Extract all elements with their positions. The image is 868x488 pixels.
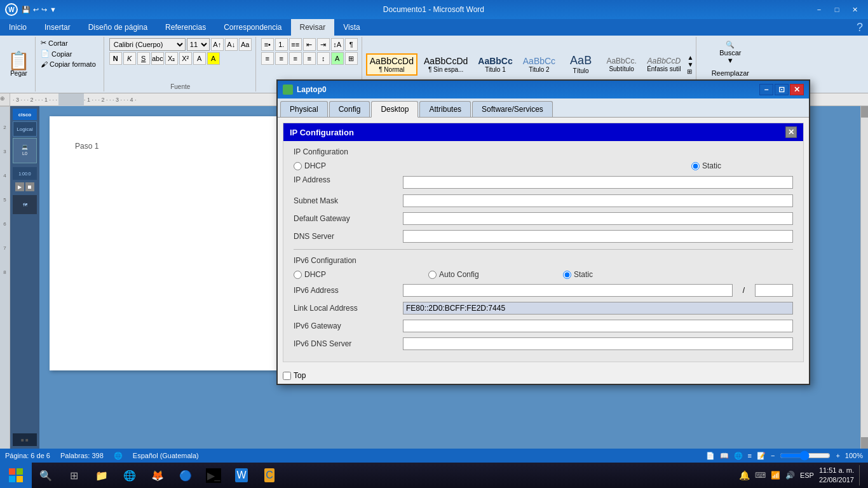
- increase-indent-button[interactable]: ⇥: [317, 38, 330, 51]
- bullets-button[interactable]: ≡•: [261, 38, 274, 51]
- dhcp-radio[interactable]: [294, 162, 302, 170]
- ipv6-dhcp-radio-label[interactable]: DHCP: [294, 270, 395, 279]
- tab-desktop[interactable]: Desktop: [371, 101, 418, 118]
- ipv6-address-input[interactable]: [403, 284, 733, 297]
- line-spacing-button[interactable]: ↕: [317, 52, 330, 65]
- replace-button[interactable]: Reemplazar: [702, 67, 759, 79]
- font-shrink-button[interactable]: A↓: [225, 38, 238, 51]
- top-checkbox[interactable]: [283, 372, 291, 380]
- highlight-button[interactable]: A: [207, 52, 220, 65]
- restore-button[interactable]: □: [829, 3, 845, 16]
- quick-access-redo[interactable]: ↪: [41, 6, 47, 14]
- taskbar-explorer-button[interactable]: 📁: [88, 463, 116, 488]
- taskbar-edge-button[interactable]: 🌐: [116, 463, 144, 488]
- superscript-button[interactable]: X²: [179, 52, 192, 65]
- paste-button[interactable]: 📋 Pegar: [3, 37, 36, 92]
- taskbar-task-view-button[interactable]: ⊞: [60, 463, 88, 488]
- borders-button[interactable]: ⊞: [345, 52, 358, 65]
- view-draft-icon[interactable]: 📝: [757, 452, 766, 460]
- style-subtitulo[interactable]: AaBbCc. Subtítulo: [602, 54, 641, 75]
- align-right-button[interactable]: ≡: [289, 52, 302, 65]
- italic-button[interactable]: K: [123, 52, 136, 65]
- right-scrollbar[interactable]: [860, 106, 868, 449]
- tab-vista[interactable]: Vista: [334, 19, 369, 36]
- sort-button[interactable]: ↕A: [331, 38, 344, 51]
- ipv6-dhcp-radio[interactable]: [294, 271, 302, 279]
- justify-button[interactable]: ≡: [303, 52, 316, 65]
- keyboard-icon[interactable]: ⌨: [755, 471, 766, 480]
- ip-address-input[interactable]: [403, 176, 793, 189]
- taskbar-terminal-button[interactable]: ▶_: [200, 463, 227, 488]
- laptop-restore-button[interactable]: ⊡: [775, 84, 789, 95]
- default-gateway-input[interactable]: [403, 212, 793, 225]
- link-local-input[interactable]: [403, 302, 793, 315]
- zoom-in-icon[interactable]: +: [836, 452, 839, 459]
- align-left-button[interactable]: ≡: [261, 52, 274, 65]
- tab-diseno[interactable]: Diseño de página: [79, 19, 156, 36]
- multilevel-button[interactable]: ≡≡: [289, 38, 302, 51]
- view-read-icon[interactable]: 📖: [720, 452, 729, 460]
- shading-button[interactable]: A: [331, 52, 344, 65]
- font-color-button[interactable]: A: [193, 52, 206, 65]
- decrease-indent-button[interactable]: ⇤: [303, 38, 316, 51]
- style-titulo1[interactable]: AaBbCc Titulo 1: [474, 53, 516, 76]
- notification-icon[interactable]: 🔔: [739, 470, 750, 480]
- tab-correspondencia[interactable]: Correspondencia: [215, 19, 290, 36]
- styles-expand-icon[interactable]: ⊞: [687, 68, 693, 75]
- taskbar-cisco-button[interactable]: C: [255, 463, 283, 488]
- clear-format-button[interactable]: Aa: [239, 38, 252, 51]
- style-titulo2[interactable]: AaBbCc Titulo 2: [519, 53, 559, 76]
- scroll-up[interactable]: [861, 106, 868, 118]
- ipv6-auto-radio[interactable]: [428, 271, 437, 279]
- numbering-button[interactable]: 1.: [275, 38, 288, 51]
- ipv6-static-radio[interactable]: [563, 271, 571, 279]
- taskbar-firefox-button[interactable]: 🦊: [144, 463, 172, 488]
- styles-up-icon[interactable]: ▲: [687, 54, 693, 61]
- help-icon[interactable]: ?: [857, 21, 863, 34]
- volume-icon[interactable]: 🔊: [785, 471, 795, 480]
- static-radio[interactable]: [691, 162, 700, 170]
- font-name-select[interactable]: Calibri (Cuerpo): [109, 38, 186, 51]
- taskbar-word-button[interactable]: W: [227, 463, 255, 488]
- top-checkbox-label[interactable]: Top: [283, 371, 306, 380]
- tab-referencias[interactable]: Referencias: [156, 19, 215, 36]
- minimize-button[interactable]: −: [811, 3, 827, 16]
- network-icon[interactable]: 📶: [771, 471, 780, 480]
- format-copy-button[interactable]: 🖌 Copiar formato: [38, 60, 98, 69]
- static-radio-label[interactable]: Static: [691, 161, 793, 170]
- dns-server-input[interactable]: [403, 230, 793, 243]
- style-titulo[interactable]: AaB Título: [562, 51, 600, 77]
- style-no-space[interactable]: AaBbCcDd ¶ Sin espa...: [420, 53, 471, 76]
- tab-revisar[interactable]: Revisar: [291, 19, 335, 36]
- ipv6-static-radio-label[interactable]: Static: [563, 270, 665, 279]
- quick-access-undo[interactable]: ↩: [33, 6, 39, 14]
- ipv6-dns-input[interactable]: [403, 337, 793, 350]
- start-button[interactable]: [0, 463, 32, 488]
- view-outline-icon[interactable]: ≡: [748, 452, 752, 459]
- align-center-button[interactable]: ≡: [275, 52, 288, 65]
- cisco-stop-button[interactable]: ⏹: [25, 182, 34, 191]
- show-desktop-button[interactable]: [859, 465, 863, 485]
- view-web-icon[interactable]: 🌐: [734, 452, 743, 460]
- laptop-minimize-button[interactable]: −: [759, 84, 773, 95]
- ipv6-gateway-input[interactable]: [403, 320, 793, 332]
- cisco-play-button[interactable]: ▶: [15, 182, 24, 191]
- tab-physical[interactable]: Physical: [280, 101, 328, 117]
- tab-attributes[interactable]: Attributes: [419, 101, 471, 117]
- underline-button[interactable]: S: [137, 52, 150, 65]
- font-size-select[interactable]: 11: [187, 38, 210, 51]
- quick-access-save[interactable]: 💾: [22, 6, 31, 14]
- show-marks-button[interactable]: ¶: [345, 38, 358, 51]
- style-normal[interactable]: AaBbCcDd ¶ Normal: [366, 53, 417, 76]
- tab-inicio[interactable]: Inicio: [0, 19, 36, 36]
- tab-config[interactable]: Config: [329, 101, 370, 117]
- scroll-down[interactable]: [861, 437, 868, 449]
- taskbar-chrome-button[interactable]: 🔵: [172, 463, 200, 488]
- subscript-button[interactable]: X₂: [165, 52, 178, 65]
- taskbar-search-button[interactable]: 🔍: [32, 463, 60, 488]
- strikethrough-button[interactable]: abc: [151, 52, 164, 65]
- zoom-slider[interactable]: [780, 451, 831, 461]
- ipv6-prefix-input[interactable]: [755, 284, 793, 297]
- search-button[interactable]: 🔍 Buscar ▼: [702, 38, 759, 67]
- cisco-logical[interactable]: Logical: [13, 121, 37, 137]
